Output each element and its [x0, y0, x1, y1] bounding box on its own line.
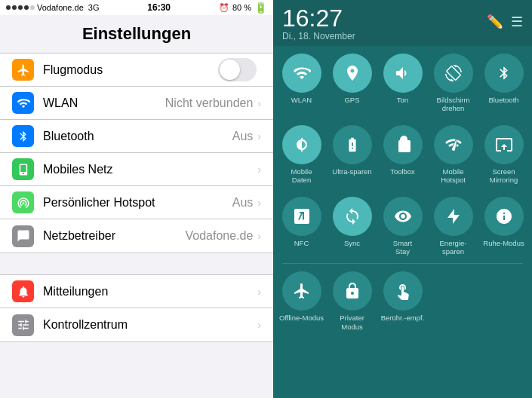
tile-ruhe-modus[interactable]: Ruhe-Modus — [478, 192, 529, 261]
kontrollzentrum-chevron: › — [257, 319, 261, 331]
tile-bluetooth[interactable]: Bluetooth — [478, 49, 529, 118]
mitteilungen-label: Mitteilungen — [43, 285, 257, 298]
flugmodus-icon — [12, 59, 34, 81]
tiles-row-4: Offline-Modus PrivaterModus Berühr.-empf… — [276, 267, 529, 335]
mobile-daten-tile-icon — [282, 125, 321, 164]
kontrollzentrum-icon — [12, 314, 34, 336]
beruehmungs-empf-tile-label: Berühr.-empf. — [381, 314, 425, 322]
settings-section-1: Flugmodus WLAN Nicht verbunden › Bluetoo… — [0, 53, 273, 253]
ultra-sparen-tile-icon — [333, 125, 372, 164]
tile-screen-mirroring[interactable]: ScreenMirroring — [478, 121, 529, 189]
privater-modus-tile-label: PrivaterModus — [340, 314, 364, 331]
row-mitteilungen[interactable]: Mitteilungen › — [0, 275, 273, 308]
wlan-value: Nicht verbunden — [165, 96, 254, 110]
ios-status-bar: Vodafone.de 3G 16:30 ⏰ 80 % 🔋 — [0, 0, 273, 15]
netzbetreiber-chevron: › — [257, 230, 261, 242]
bluetooth-tile-label: Bluetooth — [488, 96, 518, 104]
empty-tile-1 — [434, 271, 473, 311]
tile-beruehmungs-empf[interactable]: Berühr.-empf. — [377, 267, 428, 335]
tile-energie-sparen[interactable]: Energie-sparen — [428, 192, 478, 261]
ton-tile-label: Ton — [397, 96, 408, 104]
tile-empty-2 — [478, 267, 529, 335]
gps-tile-icon — [333, 54, 372, 93]
kontrollzentrum-label: Kontrollzentrum — [43, 318, 257, 332]
row-wlan[interactable]: WLAN Nicht verbunden › — [0, 87, 273, 120]
beruehmungs-empf-tile-icon — [383, 271, 423, 311]
tile-nfc[interactable]: NFC — [276, 192, 327, 261]
tile-bildschirm-drehen[interactable]: Bildschirmdrehen — [428, 49, 478, 118]
ultra-sparen-tile-label: Ultra-sparen — [332, 167, 371, 176]
bluetooth-chevron: › — [257, 130, 261, 142]
tile-gps[interactable]: GPS — [327, 49, 377, 118]
mobile-daten-tile-label: MobileDaten — [291, 167, 312, 185]
wlan-icon — [12, 92, 34, 114]
row-mobiles-netz[interactable]: Mobiles Netz › — [0, 153, 273, 186]
hotspot-label: Persönlicher Hotspot — [43, 196, 232, 210]
tile-mobile-daten[interactable]: MobileDaten — [276, 121, 327, 189]
row-kontrollzentrum[interactable]: Kontrollzentrum › — [0, 308, 273, 341]
bluetooth-label: Bluetooth — [43, 130, 232, 143]
tiles-divider — [282, 263, 523, 264]
ruhe-modus-tile-icon — [484, 197, 524, 236]
tile-ton[interactable]: Ton — [377, 49, 428, 118]
offline-modus-tile-icon — [282, 271, 321, 311]
mobiles-netz-icon — [12, 158, 34, 180]
flugmodus-label: Flugmodus — [43, 63, 218, 77]
bluetooth-value: Aus — [232, 130, 254, 143]
carrier-info: Vodafone.de 3G — [6, 3, 99, 12]
wlan-label: WLAN — [43, 96, 165, 110]
alarm-icon: ⏰ — [219, 3, 229, 13]
tile-wlan[interactable]: WLAN — [276, 49, 327, 118]
wlan-chevron: › — [257, 97, 261, 109]
ios-settings-panel: Vodafone.de 3G 16:30 ⏰ 80 % 🔋 Einstellun… — [0, 0, 273, 398]
mobile-hotspot-tile-label: MobileHotspot — [441, 167, 466, 185]
carrier-label: Vodafone.de — [37, 3, 84, 12]
settings-section-2: Mitteilungen › Kontrollzentrum › — [0, 274, 273, 342]
screen-mirroring-tile-label: ScreenMirroring — [490, 167, 518, 185]
tiles-row-2: MobileDaten Ultra-sparen Toolbox MobileH… — [276, 121, 529, 189]
bildschirm-drehen-tile-icon — [434, 54, 473, 93]
battery-level: 80 % — [232, 3, 251, 12]
bluetooth-icon — [12, 125, 34, 147]
samsung-header-area: 16:27 ✏️ ☰ Di., 18. November — [273, 0, 532, 46]
tiles-row-3: NFC Sync SmartStay Energie-sparen — [276, 192, 529, 261]
flugmodus-toggle[interactable] — [218, 58, 257, 81]
energie-sparen-tile-icon — [434, 197, 473, 236]
mobiles-netz-label: Mobiles Netz — [43, 163, 257, 176]
tile-toolbox[interactable]: Toolbox — [377, 121, 428, 189]
hotspot-value: Aus — [232, 196, 254, 210]
screen-mirroring-tile-icon — [484, 125, 524, 164]
tile-ultra-sparen[interactable]: Ultra-sparen — [327, 121, 377, 189]
hotspot-chevron: › — [257, 197, 261, 209]
samsung-time-display: 16:27 — [282, 5, 343, 32]
row-bluetooth[interactable]: Bluetooth Aus › — [0, 120, 273, 153]
tile-offline-modus[interactable]: Offline-Modus — [276, 267, 327, 335]
row-flugmodus[interactable]: Flugmodus — [0, 54, 273, 87]
bildschirm-drehen-tile-label: Bildschirmdrehen — [437, 96, 470, 113]
gps-tile-label: GPS — [344, 96, 359, 104]
empty-tile-2 — [484, 271, 524, 311]
tile-mobile-hotspot[interactable]: MobileHotspot — [428, 121, 478, 189]
grid-icon[interactable]: ☰ — [511, 14, 523, 30]
signal-dots — [6, 5, 35, 10]
smart-stay-tile-icon — [383, 197, 423, 236]
row-netzbetreiber[interactable]: Netzbetreiber Vodafone.de › — [0, 219, 273, 253]
tiles-row-1: WLAN GPS Ton Bildschirmdrehen — [276, 49, 529, 118]
edit-icon[interactable]: ✏️ — [487, 14, 503, 30]
tile-privater-modus[interactable]: PrivaterModus — [327, 267, 377, 335]
hotspot-icon — [12, 191, 34, 213]
tile-smart-stay[interactable]: SmartStay — [377, 192, 428, 261]
netzbetreiber-label: Netzbetreiber — [43, 229, 185, 243]
status-time: 16:30 — [147, 2, 171, 13]
samsung-date-display: Di., 18. November — [282, 31, 523, 41]
samsung-tiles-container: WLAN GPS Ton Bildschirmdrehen — [273, 46, 532, 398]
ruhe-modus-tile-label: Ruhe-Modus — [483, 239, 524, 247]
wlan-tile-label: WLAN — [291, 96, 312, 104]
mobiles-netz-chevron: › — [257, 164, 261, 176]
netzbetreiber-icon — [12, 225, 34, 247]
nfc-tile-icon — [282, 197, 321, 236]
offline-modus-tile-label: Offline-Modus — [279, 314, 324, 322]
row-hotspot[interactable]: Persönlicher Hotspot Aus › — [0, 186, 273, 219]
tile-sync[interactable]: Sync — [327, 192, 377, 261]
privater-modus-tile-icon — [333, 271, 372, 311]
